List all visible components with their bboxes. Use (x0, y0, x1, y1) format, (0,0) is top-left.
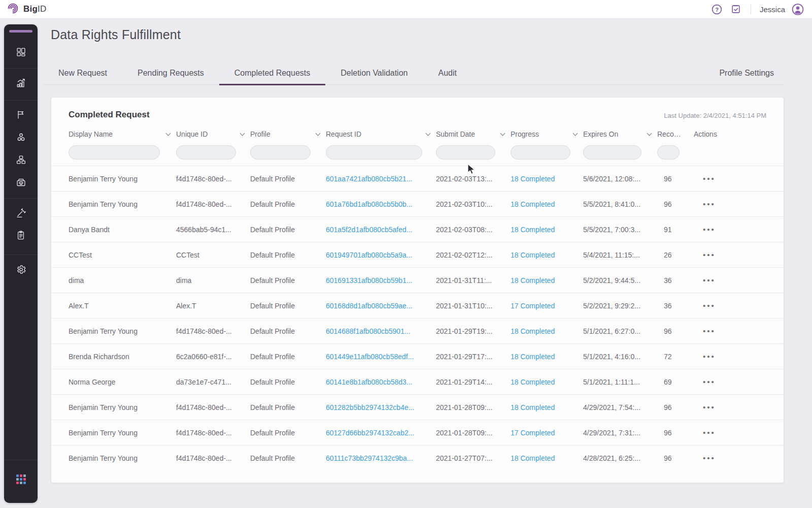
chevron-down-icon[interactable] (647, 131, 652, 136)
expires-on-cell: 5/2/2021, 9:29:2... (583, 302, 657, 310)
submit-date-cell: 2021-01-29T19:... (436, 327, 511, 335)
row-actions-button[interactable]: ••• (694, 428, 766, 437)
request-id-link[interactable]: 6014688f1afb080cb5901... (326, 327, 436, 335)
request-id-link[interactable]: 60127d66bb2974132cab2... (326, 429, 436, 437)
request-id-link[interactable]: 601449e11afb080cb58edf... (326, 353, 436, 361)
request-id-link[interactable]: 601691331afb080cb59b1... (326, 276, 436, 284)
tab-deletion-validation[interactable]: Deletion Validation (325, 62, 423, 85)
progress-link[interactable]: 18 Completed (511, 378, 583, 386)
sidebar-item-hierarchy[interactable] (4, 148, 38, 171)
progress-link[interactable]: 18 Completed (511, 200, 583, 208)
chevron-down-icon[interactable] (240, 131, 245, 136)
profile-cell: Default Profile (250, 378, 326, 386)
chevron-down-icon[interactable] (166, 131, 171, 136)
filter-input-submit-date[interactable] (436, 145, 495, 160)
progress-link[interactable]: 18 Completed (511, 454, 583, 462)
request-id-link[interactable]: 601949701afb080cb5a9a... (326, 251, 436, 259)
progress-link[interactable]: 18 Completed (511, 403, 583, 411)
filter-input-request-id[interactable] (326, 145, 422, 160)
sidebar-item-dashboard[interactable] (4, 39, 38, 65)
submit-date-cell: 2021-02-03T13:... (436, 175, 511, 183)
help-button[interactable]: ? (711, 3, 723, 15)
progress-link[interactable]: 18 Completed (511, 353, 583, 361)
row-actions-button[interactable]: ••• (694, 403, 766, 411)
progress-link[interactable]: 17 Completed (511, 429, 583, 437)
tab-new-request[interactable]: New Request (43, 62, 122, 85)
sidebar-item-flagged[interactable] (4, 104, 38, 126)
sidebar-item-gavel[interactable] (4, 202, 38, 224)
records-cell: 96 (657, 175, 694, 183)
unique-id-cell: f4d1748c-80ed-... (176, 429, 250, 437)
display-name-cell: Benjamin Terry Young (69, 429, 176, 437)
records-cell: 91 (657, 226, 694, 234)
row-actions-button[interactable]: ••• (694, 327, 766, 335)
tab-completed-requests[interactable]: Completed Requests (219, 62, 325, 85)
progress-link[interactable]: 18 Completed (511, 175, 583, 183)
column-header-records: Record... (657, 130, 694, 138)
filter-input-display-name[interactable] (69, 145, 160, 160)
profile-cell: Default Profile (250, 327, 326, 335)
tab-pending-requests[interactable]: Pending Requests (122, 62, 219, 85)
filter-input-records[interactable] (657, 145, 680, 160)
tab-audit[interactable]: Audit (423, 62, 471, 85)
expires-on-cell: 5/5/2021, 7:00:3... (583, 226, 657, 234)
panel-title: Completed Request (69, 110, 150, 120)
filter-input-expires-on[interactable] (583, 145, 641, 160)
filter-input-unique-id[interactable] (176, 145, 236, 160)
column-header-display-name: Display Name (69, 130, 176, 138)
request-id-link[interactable]: 601282b5bb2974132cb4e... (326, 403, 436, 411)
sidebar-item-archive[interactable] (4, 171, 38, 193)
records-cell: 69 (657, 378, 694, 386)
sidebar-item-cluster[interactable] (4, 126, 38, 148)
chevron-down-icon[interactable] (316, 131, 321, 136)
request-id-link[interactable]: 60141e8b1afb080cb58d3... (326, 378, 436, 386)
request-id-link[interactable]: 60168d8d1afb080cb59ae... (326, 302, 436, 310)
gavel-icon (16, 208, 26, 218)
avatar[interactable] (792, 3, 804, 15)
row-actions-button[interactable]: ••• (694, 454, 766, 462)
filter-input-profile[interactable] (250, 145, 311, 160)
sidebar-item-settings[interactable] (4, 258, 38, 280)
row-actions-button[interactable]: ••• (694, 225, 766, 234)
topbar: BigID ? Jessica (0, 0, 812, 19)
chevron-down-icon[interactable] (573, 131, 578, 136)
filter-input-progress[interactable] (511, 145, 570, 160)
progress-link[interactable]: 18 Completed (511, 276, 583, 284)
progress-link[interactable]: 18 Completed (511, 251, 583, 259)
chevron-down-icon[interactable] (500, 131, 505, 136)
display-name-cell: Benjamin Terry Young (69, 403, 176, 411)
progress-link[interactable]: 17 Completed (511, 302, 583, 310)
row-actions-button[interactable]: ••• (694, 276, 766, 284)
apps-grid-icon (16, 474, 26, 484)
expires-on-cell: 5/1/2021, 1:11:1... (583, 378, 657, 386)
progress-link[interactable]: 18 Completed (511, 327, 583, 335)
request-id-link[interactable]: 60111c73bb2974132c9ba... (326, 454, 436, 462)
table-row: Brenda Richardson6c2a0660-e81f-...Defaul… (51, 343, 784, 369)
settings-icon (16, 264, 26, 275)
column-header-unique-id: Unique ID (176, 130, 250, 138)
sidebar-item-apps[interactable] (4, 460, 38, 503)
sidebar-item-reports[interactable] (4, 224, 38, 246)
request-id-link[interactable]: 601a76bd1afb080cb5b0b... (326, 200, 436, 208)
row-actions-button[interactable]: ••• (694, 301, 766, 310)
submit-date-cell: 2021-01-27T07:... (436, 454, 511, 462)
profile-cell: Default Profile (250, 454, 326, 462)
request-id-link[interactable]: 601a5f2d1afb080cb5afed... (326, 226, 436, 234)
row-actions-button[interactable]: ••• (694, 250, 766, 259)
profile-cell: Default Profile (250, 200, 326, 208)
request-id-link[interactable]: 601aa7421afb080cb5b21... (326, 175, 436, 183)
brand-logo[interactable]: BigID (7, 2, 46, 17)
progress-link[interactable]: 18 Completed (511, 226, 583, 234)
unique-id-cell: dima (176, 276, 250, 284)
sidebar-item-analytics[interactable] (4, 69, 38, 97)
chevron-down-icon[interactable] (426, 131, 431, 136)
dashboard-icon (16, 47, 26, 57)
tasks-button[interactable] (730, 3, 742, 15)
svg-text:?: ? (716, 6, 719, 12)
row-actions-button[interactable]: ••• (694, 174, 766, 183)
row-actions-button[interactable]: ••• (694, 377, 766, 386)
tab-profile-settings[interactable]: Profile Settings (704, 62, 784, 85)
row-actions-button[interactable]: ••• (694, 352, 766, 361)
row-actions-button[interactable]: ••• (694, 200, 766, 208)
records-cell: 96 (657, 429, 694, 437)
